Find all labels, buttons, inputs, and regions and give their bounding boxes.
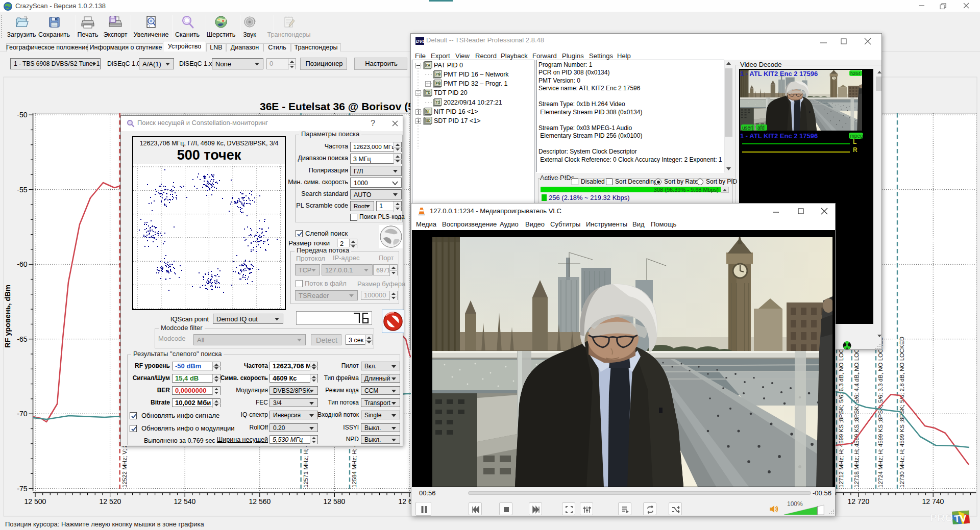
svg-text:PM: PM (436, 82, 441, 85)
svg-text:12712 MHz; H; 4599 KS ;8PSK; 5: 12712 MHz; H; 4599 KS ;8PSK; 5/6; 6.3 dB… (838, 337, 844, 488)
svg-text:12718 MHz; H; 4599 KS ;8PSK; 5: 12718 MHz; H; 4599 KS ;8PSK; 5/6; 4.4 dB… (853, 337, 860, 488)
svg-text:-65: -65 (17, 335, 27, 343)
svg-text:TD: TD (426, 91, 431, 94)
svg-text:TD: TD (436, 100, 440, 104)
svg-text:PM: PM (436, 72, 441, 75)
svg-text:TV: TV (953, 513, 967, 524)
svg-text:12724 MHz; H; 4599 KS ;8PSK; 5: 12724 MHz; H; 4599 KS ;8PSK; 5/6; 3.3 dB… (877, 337, 884, 488)
svg-text:12 740: 12 740 (922, 497, 944, 506)
svg-text:-60: -60 (17, 260, 27, 268)
svg-text:12 580: 12 580 (324, 497, 346, 506)
svg-text:-55: -55 (17, 186, 27, 194)
svg-text:PA: PA (426, 63, 431, 66)
svg-text:-75: -75 (17, 485, 27, 493)
svg-text:-70: -70 (17, 410, 27, 418)
svg-text:12 500: 12 500 (24, 497, 46, 506)
svg-text:NI: NI (426, 110, 430, 113)
svg-text:RF уровень, dBm: RF уровень, dBm (4, 285, 12, 348)
svg-text:-50: -50 (17, 111, 27, 119)
svg-text:12 540: 12 540 (174, 497, 196, 506)
svg-text:12 560: 12 560 (249, 497, 271, 506)
svg-text:SD: SD (426, 119, 431, 122)
svg-text:12 520: 12 520 (100, 497, 121, 506)
svg-text:DVB: DVB (416, 39, 424, 44)
svg-text:PRO: PRO (930, 512, 953, 523)
svg-text:12 720: 12 720 (848, 497, 870, 506)
